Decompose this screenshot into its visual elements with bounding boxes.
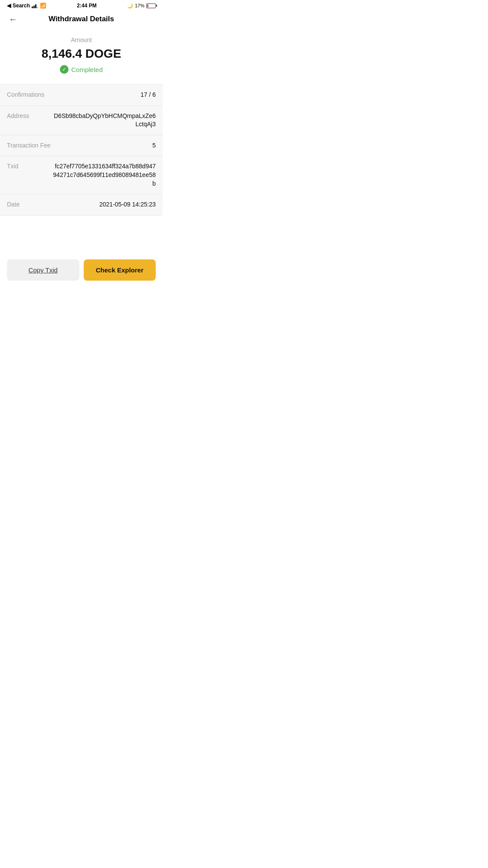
signal-icon [32,3,38,8]
detail-label: Date [7,200,20,208]
carrier-info: ◀ Search 📶 [7,3,46,9]
status-text: Completed [71,66,103,73]
detail-value: D6Sb98cbaDyQpYbHCMQmpaLxZe6LctqAj3 [52,112,156,129]
detail-value: fc27ef7705e1331634ff324a7b88d94794271c7d… [52,162,156,188]
amount-value: 8,146.4 DOGE [7,47,156,61]
detail-label: Transaction Fee [7,141,51,149]
wifi-icon: 📶 [40,3,46,9]
detail-row: AddressD6Sb98cbaDyQpYbHCMQmpaLxZe6LctqAj… [0,106,163,135]
status-bar: ◀ Search 📶 2:44 PM 🌙 17% [0,0,163,10]
detail-value: 5 [152,141,156,150]
battery-icon [146,3,156,8]
battery-percent: 17% [135,3,144,8]
details-section: Confirmations17 / 6AddressD6Sb98cbaDyQpY… [0,84,163,216]
page-title: Withdrawal Details [49,15,114,23]
back-button[interactable]: ← [7,13,19,26]
detail-row: Confirmations17 / 6 [0,85,163,106]
detail-label: Txid [7,162,18,170]
detail-value: 2021-05-09 14:25:23 [99,200,156,209]
detail-label: Confirmations [7,91,44,98]
status-badge: ✓ Completed [60,65,103,74]
back-arrow-status: ◀ [7,3,11,9]
detail-row: Transaction Fee5 [0,135,163,157]
detail-row: Date2021-05-09 14:25:23 [0,194,163,215]
detail-value: 17 / 6 [141,91,156,99]
copy-txid-button[interactable]: Copy Txid [7,259,79,281]
amount-label: Amount [7,36,156,43]
clock: 2:44 PM [77,3,96,9]
amount-section: Amount 8,146.4 DOGE ✓ Completed [0,28,163,84]
carrier-name: Search [13,3,30,9]
bottom-buttons: Copy Txid Check Explorer [0,259,163,281]
battery-info: 🌙 17% [127,3,156,9]
header: ← Withdrawal Details [0,10,163,28]
moon-icon: 🌙 [127,3,133,9]
detail-label: Address [7,112,29,119]
check-circle-icon: ✓ [60,65,69,74]
detail-row: Txidfc27ef7705e1331634ff324a7b88d9479427… [0,156,163,194]
check-explorer-button[interactable]: Check Explorer [84,259,156,281]
